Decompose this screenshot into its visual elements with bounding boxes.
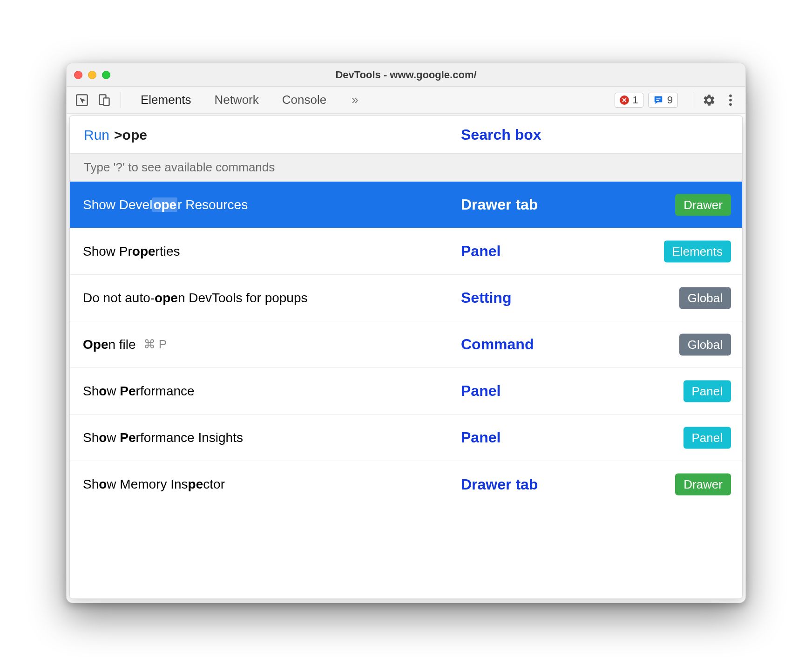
command-result-tag: Panel [683,427,731,449]
svg-rect-2 [104,98,109,105]
window-minimize-button[interactable] [88,71,96,79]
titlebar: DevTools - www.google.com/ [67,63,745,87]
annotation-search-box: Search box [461,126,541,143]
window-close-button[interactable] [74,71,82,79]
command-result-tag: Elements [664,240,731,262]
devtools-window: DevTools - www.google.com/ Elements Netw… [66,63,746,603]
annotation-result-type: Command [461,336,534,353]
annotation-result-type: Setting [461,289,511,306]
error-badge[interactable]: ✕ 1 [615,93,643,108]
command-result[interactable]: Show Memory InspectorDrawer tabDrawer [70,461,742,508]
command-result-tag: Panel [683,380,731,402]
annotation-result-type: Panel [461,382,501,400]
command-results-list: Show Developer ResourcesDrawer tabDrawer… [70,182,742,598]
annotation-result-type: Panel [461,429,501,446]
tab-network[interactable]: Network [214,93,258,107]
command-result-label: Show Performance [83,384,195,399]
annotation-result-type: Drawer tab [461,476,538,493]
toolbar-divider [121,92,121,108]
command-result[interactable]: Show PropertiesPanelElements [70,228,742,275]
command-result-shortcut: ⌘ P [143,337,167,352]
command-result[interactable]: Show Performance InsightsPanelPanel [70,415,742,461]
command-result[interactable]: Do not auto-open DevTools for popupsSett… [70,275,742,321]
window-title: DevTools - www.google.com/ [67,69,745,81]
svg-rect-3 [656,98,660,99]
svg-point-5 [729,94,732,97]
command-search-row: Run Search box [70,116,742,153]
error-count: 1 [633,94,638,106]
annotation-result-type: Drawer tab [461,196,538,213]
command-search-input[interactable] [114,127,300,143]
more-tabs-chevron-icon[interactable]: » [352,93,358,107]
command-menu: Run Search box Type '?' to see available… [69,116,743,599]
issues-icon [653,95,663,105]
command-result-label: Do not auto-open DevTools for popups [83,291,308,306]
panel-body: Run Search box Type '?' to see available… [67,114,745,603]
window-controls [74,71,110,79]
toolbar-divider [693,92,693,108]
command-result[interactable]: Open file⌘ PCommandGlobal [70,321,742,368]
annotation-result-type: Panel [461,243,501,260]
command-result-label: Open file [83,337,136,352]
command-result-label: Show Properties [83,244,180,259]
status-badges: ✕ 1 9 [615,93,678,108]
command-result-tag: Global [679,287,731,309]
run-label: Run [84,127,109,143]
panel-tabs: Elements Network Console [141,93,326,107]
tab-console[interactable]: Console [282,93,326,107]
command-result-label: Show Developer Resources [83,197,248,212]
error-icon: ✕ [620,95,629,105]
svg-point-7 [729,103,732,106]
command-result-label: Show Memory Inspector [83,477,225,492]
command-result-tag: Global [679,333,731,355]
settings-gear-icon[interactable] [701,92,717,109]
command-hint: Type '?' to see available commands [70,153,742,182]
inspect-icon[interactable] [73,91,91,109]
command-result-label: Show Performance Insights [83,430,243,445]
window-zoom-button[interactable] [102,71,110,79]
issues-count: 9 [667,94,673,106]
devtools-toolbar: Elements Network Console » ✕ 1 9 [67,87,745,114]
tab-elements[interactable]: Elements [141,93,191,107]
svg-rect-4 [656,100,659,101]
command-result-tag: Drawer [675,194,731,216]
command-result[interactable]: Show PerformancePanelPanel [70,368,742,415]
command-result[interactable]: Show Developer ResourcesDrawer tabDrawer [70,182,742,228]
svg-point-6 [729,99,732,102]
device-toggle-icon[interactable] [95,91,113,109]
issues-badge[interactable]: 9 [648,93,678,108]
more-menu-kebab-icon[interactable] [722,92,739,109]
command-result-tag: Drawer [675,474,731,496]
